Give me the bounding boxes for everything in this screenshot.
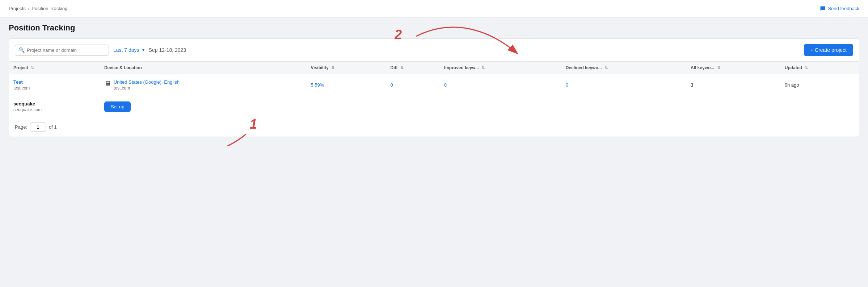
monitor-icon: 🖥 bbox=[104, 80, 111, 87]
project-domain: seoquake.com bbox=[13, 107, 96, 112]
search-icon: 🔍 bbox=[18, 47, 25, 53]
diff-value: 0 bbox=[391, 82, 393, 88]
feedback-icon bbox=[820, 6, 826, 12]
visibility-value: 5.59% bbox=[311, 82, 324, 88]
device-cell: 🖥 United States (Google), English test.c… bbox=[100, 74, 307, 96]
breadcrumb: Projects › Position Tracking bbox=[9, 6, 67, 11]
col-updated: Updated ⇅ bbox=[780, 62, 859, 74]
date-filter[interactable]: Last 7 days ▾ bbox=[113, 47, 144, 53]
create-project-label: + Create project bbox=[810, 47, 847, 53]
sort-icon[interactable]: ⇅ bbox=[31, 66, 34, 70]
table-body: Test test.com 🖥 United States (Google), … bbox=[9, 74, 859, 118]
search-input[interactable] bbox=[15, 45, 109, 56]
table-row: seoquake seoquake.com Set up bbox=[9, 96, 859, 118]
device-subdomain: test.com bbox=[114, 86, 180, 91]
send-feedback-label: Send feedback bbox=[828, 6, 859, 11]
pagination-of: of 1 bbox=[49, 124, 57, 130]
breadcrumb-separator: › bbox=[28, 6, 29, 11]
project-cell: Test test.com bbox=[9, 74, 100, 96]
improved-cell-empty bbox=[440, 96, 561, 118]
sort-icon-improved[interactable]: ⇅ bbox=[481, 66, 485, 70]
send-feedback-link[interactable]: Send feedback bbox=[820, 6, 859, 12]
updated-value: 0h ago bbox=[785, 82, 799, 88]
allkw-value: 3 bbox=[691, 82, 693, 88]
improved-value: 0 bbox=[444, 82, 447, 88]
main-card: 🔍 Last 7 days ▾ Sep 12-18, 2023 + Create… bbox=[9, 38, 859, 137]
pagination-label: Page: bbox=[15, 124, 27, 130]
top-bar: Projects › Position Tracking Send feedba… bbox=[0, 0, 868, 17]
project-name[interactable]: seoquake bbox=[13, 101, 96, 107]
sort-icon-diff[interactable]: ⇅ bbox=[400, 66, 404, 70]
date-filter-label: Last 7 days bbox=[113, 47, 139, 53]
pagination: Page: 1 of 1 bbox=[9, 117, 859, 137]
col-declined: Declined keywo... ⇅ bbox=[561, 62, 686, 74]
col-visibility: Visibility ⇅ bbox=[307, 62, 386, 74]
sort-icon-declined[interactable]: ⇅ bbox=[604, 66, 608, 70]
page-number-input[interactable]: 1 bbox=[30, 122, 46, 132]
project-cell: seoquake seoquake.com bbox=[9, 96, 100, 118]
updated-cell-empty bbox=[780, 96, 859, 118]
chevron-down-icon: ▾ bbox=[142, 47, 144, 53]
declined-cell: 0 bbox=[561, 74, 686, 96]
page-title: Position Tracking bbox=[9, 23, 859, 33]
diff-cell-empty bbox=[386, 96, 440, 118]
declined-value: 0 bbox=[566, 82, 568, 88]
sort-icon-updated[interactable]: ⇅ bbox=[805, 66, 808, 70]
diff-cell: 0 bbox=[386, 74, 440, 96]
declined-cell-empty bbox=[561, 96, 686, 118]
col-improved: Improved keyw... ⇅ bbox=[440, 62, 561, 74]
col-diff: Diff ⇅ bbox=[386, 62, 440, 74]
project-domain: test.com bbox=[13, 86, 96, 91]
device-link[interactable]: United States (Google), English bbox=[114, 79, 180, 85]
search-wrapper: 🔍 bbox=[15, 45, 109, 56]
sort-icon-allkw[interactable]: ⇅ bbox=[717, 66, 720, 70]
allkw-cell-empty bbox=[686, 96, 780, 118]
projects-table: Project ⇅ Device & Location Visibility ⇅… bbox=[9, 62, 859, 117]
visibility-cell-empty bbox=[307, 96, 386, 118]
col-project: Project ⇅ bbox=[9, 62, 100, 74]
date-range: Sep 12-18, 2023 bbox=[149, 47, 186, 53]
setup-button[interactable]: Set up bbox=[104, 101, 131, 112]
col-allkw: All keywo... ⇅ bbox=[686, 62, 780, 74]
project-name[interactable]: Test bbox=[13, 79, 96, 85]
updated-cell: 0h ago bbox=[780, 74, 859, 96]
breadcrumb-current: Position Tracking bbox=[31, 6, 67, 11]
visibility-cell: 5.59% bbox=[307, 74, 386, 96]
table-row: Test test.com 🖥 United States (Google), … bbox=[9, 74, 859, 96]
allkw-cell: 3 bbox=[686, 74, 780, 96]
col-device: Device & Location bbox=[100, 62, 307, 74]
breadcrumb-projects[interactable]: Projects bbox=[9, 6, 26, 11]
page-container: Position Tracking 🔍 Last 7 days ▾ Sep 12… bbox=[0, 17, 868, 146]
device-setup-cell: Set up bbox=[100, 96, 307, 118]
toolbar: 🔍 Last 7 days ▾ Sep 12-18, 2023 + Create… bbox=[9, 39, 859, 62]
improved-cell: 0 bbox=[440, 74, 561, 96]
sort-icon-visibility[interactable]: ⇅ bbox=[331, 66, 334, 70]
table-header: Project ⇅ Device & Location Visibility ⇅… bbox=[9, 62, 859, 74]
create-project-button[interactable]: + Create project bbox=[804, 44, 853, 56]
